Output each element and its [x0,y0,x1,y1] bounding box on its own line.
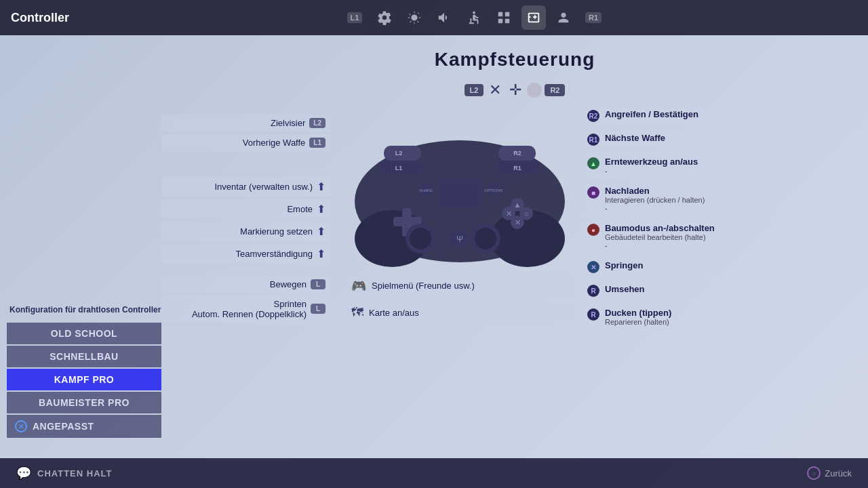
r1-main: Nächste Waffe [605,133,766,143]
circle-btn-sm: ● [587,224,599,236]
sidebar-config-label: Konfiguration für drahtlosen Controller [7,304,161,316]
right-mappings-panel: R2 Angreifen / Bestätigen R1 Nächste Waf… [582,104,772,332]
mapping-sprinten: SprintenAutom. Rennen (Doppelklick) L [161,296,331,323]
spielmenu-row: 🎮 Spielmenü (Freunde usw.) [344,274,575,298]
mapping-label: Emote [287,204,313,214]
sidebar-item-old-school[interactable]: OLD SCHOOL [7,323,161,344]
svg-text:L2: L2 [395,150,403,157]
sidebar-item-baumeister-pro[interactable]: BAUMEISTER PRO [7,392,161,413]
dpad-icon-sm4: ⬆ [317,247,326,260]
sidebar-list: OLD SCHOOL SCHNELLBAU KAMPF PRO BAUMEIST… [7,323,161,438]
sidebar-item-angepasst[interactable]: ✕ ANGEPASST [7,415,161,438]
right-row-r-ducken: R Ducken (tippen) Reparieren (halten) [582,303,772,331]
nav-settings-icon[interactable] [372,5,397,30]
x-circle: ✕ [587,261,599,273]
svg-text:✕: ✕ [515,218,521,226]
bottom-left: 💬 CHATTEN HALT [16,466,112,481]
r2-badge: R2 [545,84,565,96]
right-row-tri: ▲ Erntewerkzeug an/aus - [582,152,772,180]
back-label: Zurück [825,468,852,479]
svg-text:✕: ✕ [506,209,512,218]
share-icon: 🎮 [351,279,366,293]
l2-badge: L2 [465,84,484,96]
nav-volume-icon[interactable] [432,5,456,30]
dpad-icon-sm: ⬆ [317,180,326,193]
svg-point-0 [473,12,475,14]
button-hints-row: L2 ✕ ✛ R2 [465,81,566,99]
tri-main: Erntewerkzeug an/aus [605,157,766,167]
chat-icon: 💬 [16,466,32,481]
mapping-inventar: Inventar (verwalten usw.) ⬆ [161,177,331,197]
dpad-icon-sm3: ⬆ [317,225,326,238]
map-icon: 🗺 [351,306,363,320]
svg-rect-8 [438,180,481,208]
dpad-icon-sm2: ⬆ [317,203,326,216]
tri-sub: - [605,167,766,175]
mapping-label: Vorherige Waffe [243,138,306,148]
mapping-markierung: Markierung setzen ⬆ [161,222,331,241]
mapping-label: Inventar (verwalten usw.) [214,182,313,192]
nav-grid-icon[interactable] [492,5,516,30]
dpad-icon: ✛ [509,81,521,99]
top-bar: Controller L1 [0,0,868,35]
svg-text:R1: R1 [513,165,521,171]
mapping-emote: Emote ⬆ [161,199,331,219]
cir-main: Baumodus an-/abschalten [605,223,766,233]
r-umsehen-main: Umsehen [605,284,766,294]
sq-main: Nachladen [605,186,766,196]
circle-btn [527,83,542,98]
page-title: Kampfsteuerung [435,49,595,70]
karte-label: Karte an/aus [369,308,419,318]
mapping-team: Teamverständigung ⬆ [161,244,331,264]
r1-circle: R1 [587,134,599,146]
karte-row: 🗺 Karte an/aus [344,302,575,324]
svg-text:R2: R2 [513,150,521,157]
mapping-btn-l1: L1 [309,138,326,148]
right-row-x: ✕ Springen [582,256,772,278]
r-umsehen-circle: R [587,285,599,297]
sidebar: Konfiguration für drahtlosen Controller … [0,42,161,451]
svg-point-26 [475,228,496,249]
svg-point-24 [410,228,431,249]
nav-controller-icon[interactable] [521,5,546,30]
r-ducken-main: Ducken (tippen) [605,308,766,318]
x-badge: ✕ [15,420,27,432]
right-row-r-umsehen: R Umsehen [582,279,772,302]
nav-accessibility-icon[interactable] [462,5,486,30]
sq-sub: Interagieren (drücken / halten)- [605,196,766,212]
r3-circle: R [587,308,599,321]
mapping-label: Bewegen [270,279,307,289]
r2-circle: R2 [587,110,599,122]
svg-text:SHARE: SHARE [419,188,433,192]
chatten-halt-label: CHATTEN HALT [37,468,112,479]
right-row-cir: ● Baumodus an-/abschalten Gebäudeteil be… [582,218,772,254]
sidebar-item-kampf-pro[interactable]: KAMPF PRO [7,369,161,390]
nav-l1[interactable]: L1 [342,5,367,30]
nav-user-icon[interactable] [551,5,576,30]
mapping-bewegen: Bewegen L [161,276,331,293]
r2-main: Angreifen / Bestätigen [605,109,766,119]
svg-text:L1: L1 [395,165,403,171]
controller-bottom: 🎮 Spielmenü (Freunde usw.) 🗺 Karte an/au… [344,274,575,324]
triangle-circle: ▲ [587,157,599,169]
svg-text:Ψ: Ψ [456,235,463,244]
spielmenu-label: Spielmenü (Freunde usw.) [372,281,475,291]
cross-icon: ✕ [489,81,501,99]
right-row-sq: ■ Nachladen Interagieren (drücken / halt… [582,181,772,217]
right-row-r2: R2 Angreifen / Bestätigen [582,104,772,127]
mapping-label: SprintenAutom. Rennen (Doppelklick) [192,299,307,319]
mapping-label: Markierung setzen [240,226,313,237]
right-row-r1: R1 Nächste Waffe [582,128,772,150]
circle-back-btn[interactable]: ○ [807,466,821,480]
square-circle: ■ [587,186,599,199]
mapping-btn-l2: L2 [309,118,326,128]
svg-rect-6 [384,146,421,161]
nav-brightness-icon[interactable] [402,5,427,30]
sidebar-item-schnellbau[interactable]: SCHNELLBAU [7,346,161,367]
controller-area: SHARE OPTIONS ✕ ▲ [338,113,582,324]
mapping-btn-l: L [311,279,326,289]
nav-r1[interactable]: R1 [581,5,606,30]
bottom-right[interactable]: ○ Zurück [807,466,852,480]
nav-icons: L1 R1 [342,5,606,30]
bottom-bar: 💬 CHATTEN HALT ○ Zurück [0,458,868,488]
